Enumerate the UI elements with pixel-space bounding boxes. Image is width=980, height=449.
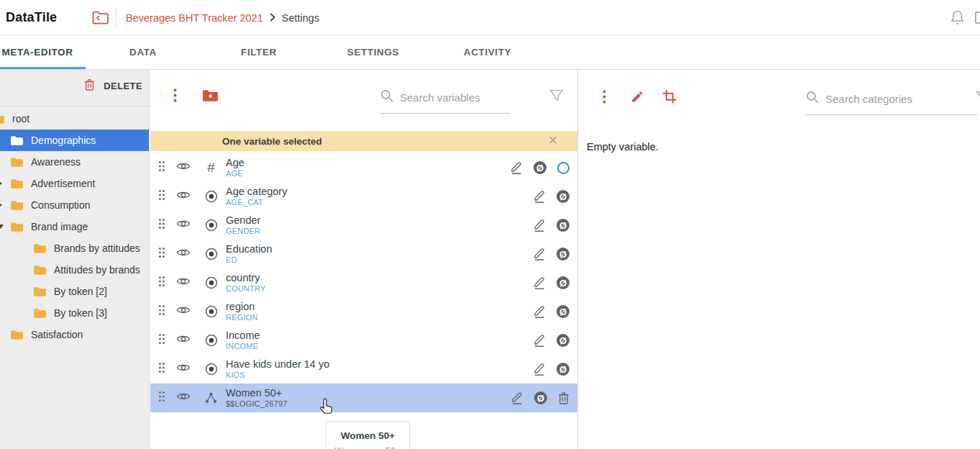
drag-handle-icon[interactable] [158,304,165,319]
sidebar-folder-by-token-3-[interactable]: By token [3] [0,302,150,324]
delete-button[interactable]: DELETE [84,78,142,94]
visibility-eye-icon[interactable] [176,391,191,404]
variable-row-region[interactable]: regionREGIONØ [150,297,578,326]
drag-handle-icon[interactable] [158,276,165,290]
single-choice-type-icon [204,219,218,232]
clipped-header-icon[interactable] [975,12,980,24]
folder-label: By token [2] [54,286,107,297]
drag-handle-icon[interactable] [158,189,165,204]
variable-title: Age category [226,186,287,197]
sidebar-folder-consumption[interactable]: Consumption [0,194,150,216]
drag-handle-icon[interactable] [158,333,165,348]
null-toggle-icon[interactable]: Ø [557,276,569,289]
variables-kebab-menu-icon[interactable] [173,89,177,102]
folder-label: Brand image [31,221,88,232]
edit-variable-icon[interactable] [533,304,546,319]
visibility-eye-icon[interactable] [176,248,191,260]
expand-arrow-icon[interactable] [0,202,2,208]
null-toggle-icon[interactable]: Ø [557,363,569,376]
visibility-eye-icon[interactable] [176,190,191,203]
folder-icon [33,243,47,254]
variables-search-input[interactable]: Search variables [380,89,480,105]
variable-row-kids[interactable]: Have kids under 14 yoKIDSØ [150,355,578,384]
sidebar-folder-demographics[interactable]: Demographics [0,130,150,151]
edit-variable-icon[interactable] [533,247,546,261]
variable-row--logic-26797[interactable]: Women 50+$$LOGIC_26797Ø [150,384,578,412]
back-to-projects-icon[interactable] [92,11,109,28]
edit-variable-icon[interactable] [533,362,546,376]
variable-row-age-cat[interactable]: Age categoryAGE_CATØ [150,182,578,211]
visibility-eye-icon[interactable] [176,305,191,318]
null-toggle-icon[interactable]: Ø [557,190,569,203]
drag-handle-icon[interactable] [158,160,165,175]
edit-variable-icon[interactable] [533,218,546,232]
variable-row-income[interactable]: IncomeINCOMEØ [150,326,578,355]
folder-tree: rootDemographicsAwarenessAdvertisementCo… [0,108,150,345]
edit-variable-icon[interactable] [510,391,523,405]
variable-row-country[interactable]: countryCOUNTRYØ [150,268,578,297]
sidebar-folder-brand-image[interactable]: Brand image [0,216,150,237]
visibility-eye-icon[interactable] [176,363,191,376]
variable-code: REGION [226,314,258,322]
visibility-eye-icon[interactable] [176,334,191,347]
collapse-arrow-icon[interactable] [0,224,4,229]
tab-meta-editor[interactable]: META-EDITOR [1,47,73,58]
edit-variable-icon[interactable] [533,189,546,204]
empty-variable-message: Empty variable. [587,141,659,153]
null-toggle-icon[interactable]: Ø [557,219,569,232]
variable-row-gender[interactable]: GenderGENDERØ [150,211,578,240]
categories-search-placeholder: Search categories [825,93,912,105]
selection-banner-text: One variable selected [222,136,322,147]
sidebar-folder-attitudes-by-brands[interactable]: Attitudes by brands [0,259,150,281]
sidebar-folder-satisfaction[interactable]: Satisfaction [0,324,150,345]
sidebar-folder-brands-by-attitudes[interactable]: Brands by attitudes [0,237,150,259]
select-radio-icon[interactable] [557,162,569,174]
tab-data[interactable]: DATA [129,47,157,58]
add-folder-icon[interactable] [202,89,219,102]
drag-handle-icon[interactable] [158,391,165,405]
single-choice-type-icon [204,190,218,203]
sidebar-folder-root[interactable]: root [0,108,150,130]
tab-settings[interactable]: SETTINGS [347,47,399,58]
expand-arrow-icon[interactable] [0,181,2,186]
tab-activity[interactable]: ACTIVITY [464,47,511,58]
edit-variable-icon[interactable] [510,160,523,175]
variable-code: AGE [226,170,244,178]
null-toggle-icon[interactable]: Ø [534,391,547,404]
breadcrumb-project[interactable]: Beverages BHT Tracker 2021 [126,12,263,24]
folder-label: Awareness [31,156,81,168]
visibility-eye-icon[interactable] [176,161,191,174]
edit-variable-icon[interactable] [533,276,546,290]
variable-row-ed[interactable]: EducationEDØ [150,240,578,268]
categories-kebab-menu-icon[interactable] [603,90,606,104]
null-toggle-icon[interactable]: Ø [557,248,569,260]
edit-variable-icon[interactable] [533,333,546,348]
null-toggle-icon[interactable]: Ø [557,334,569,347]
folder-icon [33,308,47,319]
sidebar-folder-advertisement[interactable]: Advertisement [0,173,150,194]
variable-title: Income [226,330,260,341]
edit-variable-pencil-icon[interactable] [631,90,644,104]
crop-icon[interactable] [662,89,677,104]
variables-filter-icon[interactable] [549,89,564,102]
search-underline [380,113,510,114]
notifications-bell-icon[interactable] [950,9,965,29]
folder-icon [33,265,47,276]
sidebar-folder-by-token-2-[interactable]: By token [2] [0,281,150,302]
categories-search-input[interactable]: Search categories [806,91,912,106]
drag-handle-icon[interactable] [158,218,165,232]
visibility-eye-icon[interactable] [176,276,191,289]
single-choice-type-icon [204,305,218,318]
tab-filter[interactable]: FILTER [241,47,277,58]
null-toggle-icon[interactable]: Ø [533,161,546,174]
variable-title: Women 50+ [226,388,288,399]
drag-handle-icon[interactable] [158,247,165,261]
variable-row-age[interactable]: #AgeAGEØ [150,153,578,182]
delete-variable-icon[interactable] [558,391,569,404]
visibility-eye-icon[interactable] [176,219,191,232]
null-toggle-icon[interactable]: Ø [557,305,569,318]
banner-close-icon[interactable]: ✕ [548,133,558,149]
categories-filter-icon[interactable] [976,91,980,104]
sidebar-folder-awareness[interactable]: Awareness [0,151,150,173]
drag-handle-icon[interactable] [158,362,165,376]
